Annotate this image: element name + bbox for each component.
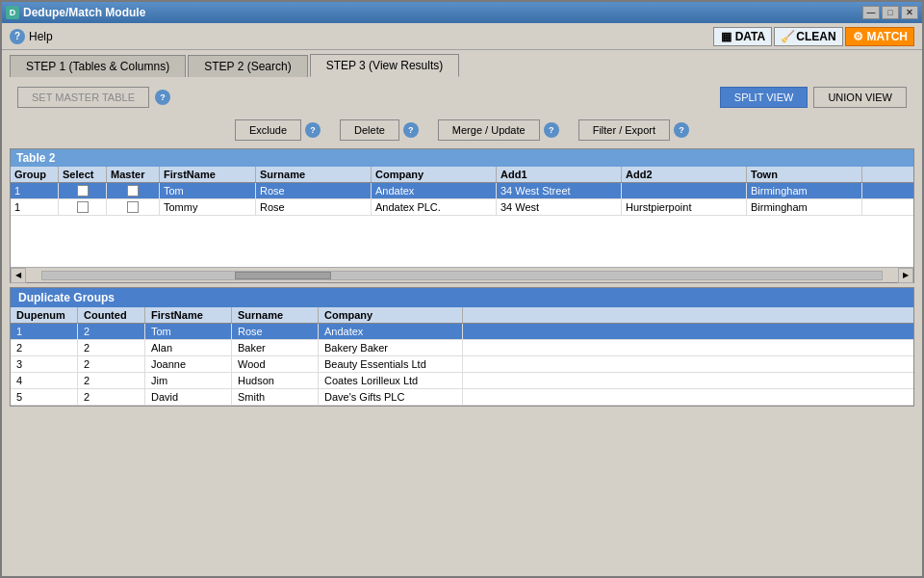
delete-help-icon[interactable]: ? [403, 122, 419, 138]
dup-cell-counted: 2 [78, 340, 145, 355]
title-bar: D Dedupe/Match Module — □ ✕ [2, 2, 922, 23]
dup-table-row[interactable]: 4 2 Jim Hudson Coates Lorilleux Ltd [11, 373, 913, 389]
cell-company: Andatex [372, 183, 497, 198]
top-toolbar: SET MASTER TABLE ? SPLIT VIEW UNION VIEW [10, 83, 914, 112]
scroll-track[interactable] [41, 271, 883, 280]
merge-wrap: Merge / Update ? [438, 119, 559, 141]
scroll-right-arrow[interactable]: ▶ [898, 268, 913, 283]
cell-add1: 34 West Street [497, 183, 622, 198]
dup-col-dupenum: Dupenum [11, 307, 78, 323]
help-button[interactable]: ? Help [10, 29, 53, 44]
cell-add1: 34 West [497, 199, 622, 215]
col-header-group: Group [11, 167, 59, 182]
dup-table-header: Dupenum Counted FirstName Surname Compan… [11, 307, 913, 324]
data-button[interactable]: ▦ DATA [713, 27, 773, 46]
filter-help-icon[interactable]: ? [674, 122, 689, 138]
dup-cell-counted: 2 [78, 324, 145, 339]
dup-col-company: Company [319, 307, 463, 323]
cell-add2: Hurstpierpoint [622, 199, 747, 215]
merge-button[interactable]: Merge / Update [438, 119, 540, 141]
dup-table-row[interactable]: 2 2 Alan Baker Bakery Baker [11, 340, 913, 356]
menu-bar: ? Help ▦ DATA 🧹 CLEAN ⚙ MATCH [2, 23, 922, 50]
table-row[interactable]: 1 Tom Rose Andatex 34 West Street Birmin… [11, 183, 913, 199]
col-header-select: Select [59, 167, 107, 182]
cell-surname: Rose [256, 183, 372, 198]
col-header-master: Master [107, 167, 160, 182]
tab-step3[interactable]: STEP 3 (View Results) [310, 54, 460, 77]
dup-table-row[interactable]: 3 2 Joanne Wood Beauty Essentials Ltd [11, 356, 913, 373]
maximize-button[interactable]: □ [882, 6, 899, 19]
dup-cell-counted: 2 [78, 356, 145, 372]
dup-cell-dupenum: 5 [11, 389, 78, 405]
clean-button[interactable]: 🧹 CLEAN [774, 27, 842, 46]
toolbar-row-center: SPLIT VIEW UNION VIEW [720, 87, 907, 108]
main-table-body: 1 Tom Rose Andatex 34 West Street Birmin… [11, 183, 913, 267]
dup-cell-surname: Smith [232, 389, 319, 405]
cell-add2 [622, 183, 747, 198]
merge-help-icon[interactable]: ? [544, 122, 559, 138]
data-icon: ▦ [720, 30, 733, 43]
col-header-add2: Add2 [622, 167, 747, 182]
match-button[interactable]: ⚙ MATCH [845, 27, 914, 46]
scroll-left-arrow[interactable]: ◀ [11, 268, 26, 283]
cell-select[interactable] [59, 199, 107, 215]
cell-town: Birmingham [747, 183, 862, 198]
set-master-help-icon[interactable]: ? [155, 90, 170, 105]
select-checkbox[interactable] [77, 201, 89, 213]
set-master-table-button[interactable]: SET MASTER TABLE [17, 87, 149, 108]
select-checkbox[interactable] [77, 185, 89, 197]
app-icon: D [6, 6, 19, 19]
cell-select[interactable] [59, 183, 107, 198]
split-view-button[interactable]: SPLIT VIEW [720, 87, 808, 108]
main-table-label: Table 2 [11, 149, 913, 167]
dup-cell-surname: Wood [232, 356, 319, 372]
delete-wrap: Delete ? [340, 119, 419, 141]
dup-cell-company: Andatex [319, 324, 463, 339]
dup-cell-company: Coates Lorilleux Ltd [319, 373, 463, 388]
title-bar-left: D Dedupe/Match Module [6, 6, 145, 19]
minimize-button[interactable]: — [862, 6, 880, 19]
filter-button[interactable]: Filter / Export [578, 119, 670, 141]
exclude-help-icon[interactable]: ? [305, 122, 321, 138]
close-button[interactable]: ✕ [901, 6, 918, 19]
window-title: Dedupe/Match Module [23, 6, 145, 19]
master-checkbox[interactable] [127, 185, 139, 197]
cell-surname: Rose [256, 199, 372, 215]
dup-col-surname: Surname [232, 307, 319, 323]
dup-table-row[interactable]: 5 2 David Smith Dave's Gifts PLC [11, 389, 913, 406]
cell-town: Birmingham [747, 199, 862, 215]
union-view-button[interactable]: UNION VIEW [813, 87, 907, 108]
tab-step2[interactable]: STEP 2 (Search) [188, 55, 307, 77]
exclude-button[interactable]: Exclude [235, 119, 301, 141]
dup-cell-firstname: David [145, 389, 232, 405]
horizontal-scrollbar[interactable]: ◀ ▶ [11, 267, 913, 282]
clean-icon: 🧹 [781, 30, 794, 43]
dup-cell-counted: 2 [78, 373, 145, 388]
dup-table-row[interactable]: 1 2 Tom Rose Andatex [11, 324, 913, 340]
col-header-add1: Add1 [497, 167, 622, 182]
dup-cell-firstname: Jim [145, 373, 232, 388]
delete-button[interactable]: Delete [340, 119, 399, 141]
dup-cell-company: Beauty Essentials Ltd [319, 356, 463, 372]
dup-cell-company: Bakery Baker [319, 340, 463, 355]
dup-cell-company: Dave's Gifts PLC [319, 389, 463, 405]
dup-table-body: 1 2 Tom Rose Andatex 2 2 Alan Baker Bake… [11, 324, 913, 406]
table-row[interactable]: 1 Tommy Rose Andatex PLC. 34 West Hurstp… [11, 199, 913, 216]
title-bar-controls: — □ ✕ [862, 6, 918, 19]
dup-cell-dupenum: 4 [11, 373, 78, 388]
scroll-thumb[interactable] [235, 272, 331, 279]
duplicate-groups: Duplicate Groups Dupenum Counted FirstNa… [10, 287, 914, 407]
exclude-wrap: Exclude ? [235, 119, 321, 141]
dup-cell-surname: Hudson [232, 373, 319, 388]
data-label: DATA [735, 30, 766, 43]
dup-cell-firstname: Alan [145, 340, 232, 355]
dup-col-counted: Counted [78, 307, 145, 323]
cell-master[interactable] [107, 199, 160, 215]
tab-step1[interactable]: STEP 1 (Tables & Columns) [10, 55, 186, 77]
clean-label: CLEAN [796, 30, 835, 43]
master-checkbox[interactable] [127, 201, 139, 213]
help-label: Help [29, 30, 53, 43]
dup-cell-dupenum: 3 [11, 356, 78, 372]
cell-master[interactable] [107, 183, 160, 198]
toolbar-right: ▦ DATA 🧹 CLEAN ⚙ MATCH [713, 27, 914, 46]
